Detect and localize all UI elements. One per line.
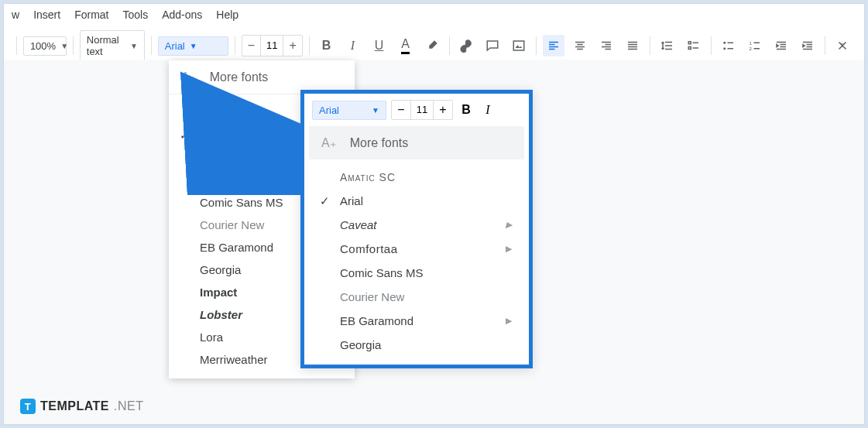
font-size-value[interactable]: 11 [260, 36, 283, 56]
menu-bar: w Insert Format Tools Add-ons Help [4, 4, 864, 26]
separator [16, 36, 17, 55]
menu-item[interactable]: w [12, 9, 19, 21]
decrease-indent-button[interactable] [770, 35, 792, 56]
chevron-down-icon: ▼ [190, 42, 197, 50]
separator [825, 36, 825, 55]
font-size-stepper: − 11 + [391, 100, 453, 120]
zoom-value: 100% [30, 40, 56, 52]
paragraph-style-select[interactable]: Normal text ▼ [80, 30, 145, 61]
font-name: Georgia [340, 338, 381, 351]
watermark: T TEMPLATE.NET [20, 399, 143, 414]
submenu-arrow-icon: ▶ [506, 244, 513, 254]
font-name: Caveat [340, 218, 377, 231]
svg-point-1 [723, 42, 726, 44]
font-name: Comic Sans MS [200, 196, 283, 209]
font-select[interactable]: Arial ▼ [158, 36, 228, 56]
separator [711, 36, 712, 55]
font-name: EB Garamond [340, 314, 413, 327]
insert-link-button[interactable] [455, 35, 477, 56]
font-size-value[interactable]: 11 [410, 101, 434, 119]
font-option[interactable]: Caveat▶ [309, 213, 524, 237]
font-select[interactable]: Arial ▼ [312, 101, 386, 120]
font-name: Lora [200, 330, 223, 344]
line-spacing-button[interactable] [657, 35, 678, 56]
align-center-button[interactable] [569, 35, 591, 56]
insert-comment-button[interactable] [482, 35, 503, 56]
increase-font-size-button[interactable]: + [434, 101, 452, 119]
font-option[interactable]: EB Garamond▶ [309, 309, 524, 333]
font-option[interactable]: Amatic SC [309, 166, 524, 189]
menu-item[interactable]: Help [216, 9, 238, 21]
font-label: Arial [319, 104, 339, 116]
add-font-icon: A₊ [321, 135, 336, 150]
font-name: Georgia [200, 263, 241, 276]
svg-text:T: T [840, 42, 844, 49]
submenu-arrow-icon: ▶ [506, 316, 512, 326]
font-name: Amatic SC [340, 171, 396, 183]
font-name: Arial [340, 194, 363, 207]
bold-button[interactable]: B [316, 35, 338, 56]
italic-button[interactable]: I [342, 35, 364, 56]
align-right-button[interactable] [595, 35, 617, 56]
insert-image-button[interactable] [508, 35, 530, 56]
numbered-list-button[interactable]: 12 [744, 35, 766, 56]
annotation-arrow [172, 71, 304, 195]
menu-item[interactable]: Add-ons [162, 9, 202, 21]
callout-toolbar: Arial ▼ − 11 + B I [304, 94, 529, 126]
svg-rect-0 [514, 41, 525, 50]
separator [309, 36, 310, 55]
zoom-select[interactable]: 100% ▼ [23, 36, 67, 56]
separator [151, 36, 152, 55]
font-name: Merriweather [200, 353, 268, 366]
font-name: Comfortaa [340, 242, 398, 255]
svg-text:1: 1 [750, 41, 753, 46]
separator [650, 36, 650, 55]
font-option[interactable]: Comfortaa▶ [309, 237, 524, 261]
svg-text:2: 2 [750, 46, 753, 51]
increase-font-size-button[interactable]: + [283, 36, 301, 56]
align-justify-button[interactable] [622, 35, 643, 56]
font-option[interactable]: Comic Sans MS [309, 261, 524, 285]
align-left-button[interactable] [543, 35, 564, 56]
decrease-font-size-button[interactable]: − [392, 101, 410, 119]
clear-formatting-button[interactable]: T [832, 35, 853, 56]
checklist-button[interactable] [683, 35, 705, 56]
bold-button[interactable]: B [458, 103, 475, 117]
font-option[interactable]: Georgia [309, 333, 524, 357]
bulleted-list-button[interactable] [718, 35, 739, 56]
menu-item[interactable]: Format [74, 9, 108, 21]
font-option[interactable]: Courier New [309, 285, 524, 309]
underline-button[interactable]: U [369, 35, 390, 56]
font-name: Impact [200, 286, 237, 299]
font-name: Comic Sans MS [340, 266, 424, 279]
font-name: EB Garamond [200, 241, 273, 254]
font-option[interactable]: ✓Arial [309, 189, 524, 213]
chevron-down-icon: ▼ [372, 106, 379, 115]
callout-inset: Arial ▼ − 11 + B I A₊ More fonts Amatic … [300, 90, 533, 368]
separator [73, 36, 74, 55]
brand-suffix: .NET [114, 399, 143, 413]
separator [536, 36, 537, 55]
svg-point-2 [723, 47, 726, 50]
font-label: Arial [165, 40, 185, 52]
separator [449, 36, 450, 55]
logo-icon: T [20, 399, 36, 414]
more-fonts-button[interactable]: A₊ More fonts [309, 126, 524, 159]
italic-button[interactable]: I [479, 103, 496, 117]
chevron-down-icon: ▼ [130, 42, 138, 50]
highlight-button[interactable] [421, 35, 443, 56]
check-icon: ✓ [320, 194, 330, 208]
font-size-stepper: − 11 + [242, 35, 303, 56]
menu-item[interactable]: Tools [122, 9, 148, 21]
decrease-font-size-button[interactable]: − [242, 36, 260, 56]
submenu-arrow-icon: ▶ [506, 220, 512, 230]
increase-indent-button[interactable] [797, 35, 818, 56]
paragraph-style-label: Normal text [87, 34, 125, 57]
text-color-button[interactable]: A [395, 35, 417, 56]
chevron-down-icon: ▼ [60, 42, 68, 50]
brand-name: TEMPLATE [40, 399, 109, 413]
font-name: Lobster [200, 308, 242, 321]
menu-item[interactable]: Insert [33, 9, 60, 21]
font-name: Courier New [340, 290, 404, 303]
separator [235, 36, 235, 55]
